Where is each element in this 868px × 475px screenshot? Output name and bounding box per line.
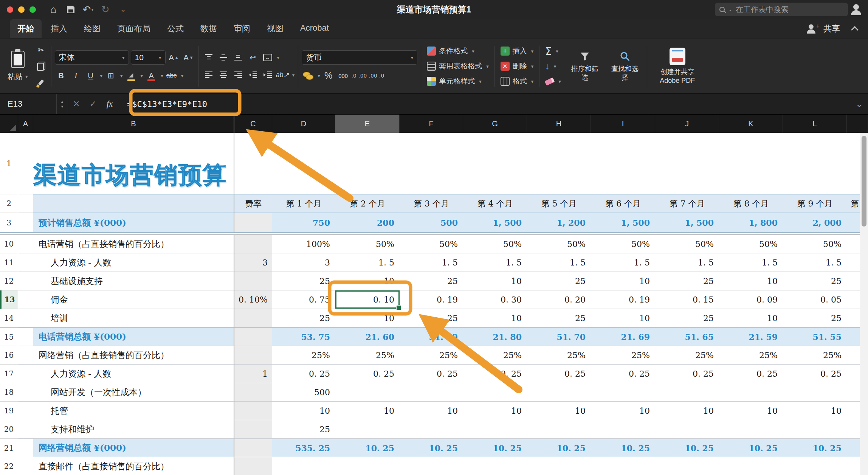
increase-indent-icon[interactable]	[261, 68, 274, 81]
data-cell[interactable]: 1. 5	[335, 253, 400, 272]
row-header-17[interactable]: 17	[0, 365, 18, 383]
data-cell[interactable]	[463, 420, 527, 439]
row-header-16[interactable]: 16	[0, 346, 18, 365]
data-cell[interactable]: 25%	[272, 346, 335, 365]
name-box[interactable]: E13	[0, 94, 57, 114]
font-color-icon[interactable]: A	[145, 69, 158, 82]
cell-A12[interactable]	[18, 272, 33, 290]
month-header-2[interactable]: 第 2 个月	[335, 194, 400, 213]
align-right-icon[interactable]	[232, 68, 245, 81]
data-cell[interactable]: 0. 25	[655, 365, 719, 383]
data-cell[interactable]: 25	[527, 309, 591, 328]
data-cell[interactable]: 51. 69	[400, 328, 463, 346]
data-cell[interactable]: 10	[400, 402, 463, 420]
data-cell[interactable]: 50%	[783, 235, 847, 253]
month-header-1[interactable]: 第 1 个月	[272, 194, 335, 213]
data-cell[interactable]: 25	[400, 309, 463, 328]
data-cell[interactable]: 500	[400, 213, 463, 233]
row-header-3[interactable]: 3	[0, 213, 18, 233]
home-icon[interactable]: ⌂	[46, 2, 61, 17]
data-cell[interactable]: 1. 5	[400, 253, 463, 272]
cell-A13[interactable]	[18, 290, 33, 309]
data-cell[interactable]	[719, 457, 783, 475]
row-label-12[interactable]: 基础设施支持	[33, 272, 234, 290]
fill-button[interactable]: ↓▾	[543, 59, 563, 73]
data-cell[interactable]: 25%	[783, 346, 847, 365]
tab-插入[interactable]: 插入	[43, 19, 75, 38]
data-cell[interactable]: 25	[655, 309, 719, 328]
data-cell[interactable]	[591, 420, 655, 439]
find-select-button[interactable]: 查找和选择	[606, 51, 643, 82]
number-format-select[interactable]: 货币▾	[302, 50, 417, 65]
data-cell[interactable]	[463, 383, 527, 402]
row-header-1[interactable]: 1	[0, 133, 18, 194]
cut-icon[interactable]: ✂	[35, 43, 48, 56]
tab-审阅[interactable]: 审阅	[226, 19, 258, 38]
format-as-table-button[interactable]: 套用表格格式▾	[425, 59, 491, 73]
data-cell[interactable]: 25%	[335, 346, 400, 365]
decrease-decimal-icon[interactable]: .00 .0	[369, 69, 384, 82]
tab-开始[interactable]: 开始	[10, 19, 42, 38]
rate-cell-22[interactable]	[234, 457, 272, 475]
data-cell[interactable]: 0. 15	[655, 290, 719, 309]
rate-cell-11[interactable]: 3	[234, 253, 272, 272]
data-cell[interactable]: 535. 25	[272, 439, 335, 457]
delete-cells-button[interactable]: ✕ 删除▾	[498, 59, 536, 73]
data-cell[interactable]: 50%	[400, 235, 463, 253]
data-cell[interactable]	[272, 457, 335, 475]
borders-icon[interactable]: ⊞	[104, 69, 117, 82]
minimize-button[interactable]	[18, 6, 25, 13]
data-cell[interactable]: 50%	[719, 235, 783, 253]
data-cell[interactable]: 1. 5	[719, 253, 783, 272]
row-label-15[interactable]: 电话营销总额 ¥(000)	[33, 328, 234, 346]
row-header-20[interactable]: 20	[0, 420, 18, 439]
adobe-pdf-button[interactable]: 创建并共享Adobe PDF	[651, 48, 704, 85]
row-label-3[interactable]: 预计销售总额 ¥(000)	[33, 213, 234, 233]
data-cell[interactable]: 1. 5	[463, 253, 527, 272]
data-cell[interactable]: 25	[783, 309, 847, 328]
data-cell[interactable]: 10. 25	[655, 439, 719, 457]
text-orientation-icon[interactable]: ab↗	[276, 68, 289, 81]
strikethrough-icon[interactable]: abc	[165, 69, 178, 82]
redo-icon[interactable]: ↻	[98, 2, 113, 17]
cell-A19[interactable]	[18, 402, 33, 420]
column-header-D[interactable]: D	[272, 115, 335, 133]
insert-function-icon[interactable]: fx	[101, 94, 118, 114]
data-cell[interactable]	[591, 383, 655, 402]
italic-button[interactable]: I	[70, 69, 82, 82]
data-cell[interactable]: 200	[335, 213, 400, 233]
data-cell[interactable]: 10	[719, 272, 783, 290]
data-cell[interactable]: 10	[463, 309, 527, 328]
rate-cell-10[interactable]	[234, 235, 272, 253]
column-header-I[interactable]: I	[591, 115, 655, 133]
data-cell[interactable]: 0. 05	[783, 290, 847, 309]
data-cell[interactable]: 0. 19	[400, 290, 463, 309]
cell-A10[interactable]	[18, 235, 33, 253]
data-cell[interactable]: 25	[527, 272, 591, 290]
paste-button[interactable]: 粘贴▾	[4, 51, 32, 82]
format-painter-icon[interactable]	[35, 76, 48, 89]
data-cell[interactable]: 10	[719, 309, 783, 328]
collapse-ribbon-icon[interactable]	[851, 26, 859, 34]
month-header-6[interactable]: 第 6 个月	[591, 194, 655, 213]
row-header-14[interactable]: 14	[0, 309, 18, 328]
cell-A14[interactable]	[18, 309, 33, 328]
data-cell[interactable]	[400, 383, 463, 402]
cell-A22[interactable]	[18, 457, 33, 475]
data-cell[interactable]: 10. 25	[335, 439, 400, 457]
row-header-11[interactable]: 11	[0, 253, 18, 272]
column-header-L[interactable]: L	[783, 115, 847, 133]
month-header-8[interactable]: 第 8 个月	[719, 194, 783, 213]
undo-icon[interactable]: ↶▾	[81, 2, 96, 17]
data-cell[interactable]: 25	[783, 272, 847, 290]
row-label-17[interactable]: 人力资源 - 人数	[33, 365, 234, 383]
data-cell[interactable]: 25%	[463, 346, 527, 365]
data-cell[interactable]: 1, 500	[591, 213, 655, 233]
share-button[interactable]: + 共享	[804, 23, 844, 35]
underline-button[interactable]: U	[84, 69, 97, 82]
cell-styles-button[interactable]: 单元格样式▾	[425, 75, 491, 88]
data-cell[interactable]: 10. 25	[463, 439, 527, 457]
data-cell[interactable]: 1. 5	[527, 253, 591, 272]
data-cell[interactable]: 1. 5	[591, 253, 655, 272]
data-cell[interactable]	[400, 420, 463, 439]
